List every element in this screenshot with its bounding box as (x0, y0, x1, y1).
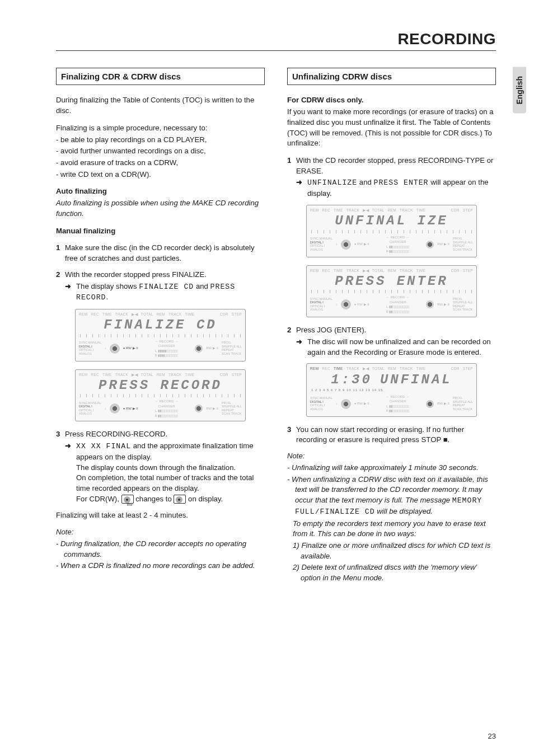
lcd-panel-unfinalize: REMRECTIMETRACK▶◀TOTALREMTRACKTIMECDRSTE… (287, 205, 496, 257)
lcd-top-tags: REMRECTIMETRACK▶◀TOTALREMTRACKTIMECDRSTE… (310, 208, 473, 213)
step-body: With the recorder stopped press FINALIZE… (65, 270, 265, 303)
arrow-icon: ➜ (296, 337, 304, 358)
step-1: 1 With the CD recorder stopped, press RE… (287, 156, 496, 199)
simple-proc-item: - avoid further unwanted recordings on a… (56, 146, 265, 157)
arrow-icon: ➜ (65, 281, 73, 303)
lcd-panel-press-record: REMRECTIMETRACK▶◀TOTALREMTRACKTIMECDRSTE… (56, 369, 265, 422)
auto-finalizing-head: Auto finalizing (56, 186, 265, 197)
disc-icon (110, 403, 120, 414)
title-row: RECORDING (56, 30, 496, 51)
disc-icon (426, 400, 434, 408)
step-number: 3 (287, 425, 293, 445)
step-number: 1 (56, 243, 62, 264)
section-heading-unfinalizing: Unfinalizing CDRW discs (287, 68, 496, 85)
display-text: PRESS ENTER (373, 179, 428, 187)
step-body: Make sure the disc (in the CD recorder d… (65, 243, 265, 264)
result-text: The disc will now be unfinalized and can… (307, 337, 496, 358)
note-item: To empty the recorders text memory you h… (287, 519, 496, 539)
step-3: 3 You can now start recording or erasing… (287, 425, 496, 445)
arrow-icon: ➜ (296, 177, 304, 199)
step-text: On completion, the total number of track… (76, 473, 265, 494)
step-text: Press JOG (ENTER). (296, 325, 496, 336)
language-tab: English (513, 67, 526, 114)
note-item: - During finalization, the CD recorder a… (56, 539, 265, 560)
page-number: 23 (488, 732, 496, 740)
section-heading-finalizing: Finalizing CDR & CDRW discs (56, 68, 265, 85)
note-item: - When unfinalizing a CDRW disc with tex… (287, 475, 496, 518)
note-item: - Unfinalizing will take approximately 1… (287, 463, 496, 473)
lcd: REMRECTIMETRACK▶◀TOTALREMTRACKTIMECDRSTE… (306, 205, 477, 257)
step-number: 3 (56, 429, 62, 504)
auto-finalizing-body: Auto finalizing is possible when using t… (56, 198, 265, 219)
lcd-bottom: SYNC MANUALDIGITAL IOPTICAL IANALOG ↕ ● … (79, 399, 242, 418)
simple-proc-item: - write CD text on a CDR(W). (56, 170, 265, 180)
disc-icon (341, 240, 351, 250)
step-2: 2 Press JOG (ENTER). ➜ The disc will now… (287, 325, 496, 358)
text: changes to (135, 495, 174, 503)
result-text: UNFINALIZE and PRESS ENTER will appear o… (307, 177, 496, 199)
lcd-top-tags: REMRECTIMETRACK▶◀TOTALREMTRACKTIMECDRSTE… (310, 366, 473, 371)
disc-icon (426, 300, 434, 308)
text: and (194, 282, 210, 290)
disc-icon (341, 399, 351, 409)
lcd-bottom: SYNC MANUALDIGITAL IOPTICAL IANALOG ↕ ● … (310, 395, 473, 414)
finalize-duration: Finalizing will take at least 2 - 4 minu… (56, 510, 265, 521)
lcd-panel-press-enter: REMRECTIMETRACK▶◀TOTALREMTRACKTIMECDRSTE… (287, 265, 496, 318)
lcd: REMRECTIMETRACK▶◀TOTALREMTRACKTIMECDRSTE… (75, 309, 246, 361)
text: For CDR(W), (76, 495, 121, 503)
disc-icon (195, 405, 203, 412)
lcd-ticks (80, 394, 241, 397)
step-text: With the recorder stopped press FINALIZE… (65, 270, 265, 280)
step-number: 2 (287, 325, 293, 358)
manual-finalizing-head: Manual finalizing (56, 226, 265, 237)
step-text: With the CD recorder stopped, press RECO… (296, 156, 496, 176)
lcd-panel-unfinal-time: REMRECTIMETRACK▶◀TOTALREMTRACKTIMECDRSTE… (287, 363, 496, 416)
result-line: ➜ UNFINALIZE and PRESS ENTER will appear… (296, 177, 496, 199)
lcd-top-tags: REMRECTIMETRACK▶◀TOTALREMTRACKTIMECDRSTE… (79, 312, 242, 317)
left-column: Finalizing CDR & CDRW discs During final… (56, 68, 265, 590)
step-number: 2 (56, 270, 62, 303)
step-1: 1 Make sure the disc (in the CD recorder… (56, 243, 265, 264)
text: The display shows (76, 282, 139, 290)
lcd-bottom: SYNC MANUALDIGITAL IOPTICAL IANALOG ↕ ● … (79, 339, 242, 358)
step-text: Press RECORDING-RECORD. (65, 429, 265, 440)
lcd-main-text: PRESS RECORD (79, 378, 242, 393)
lcd-ticks (80, 334, 241, 337)
disc-icon (195, 345, 203, 353)
text: and (357, 178, 373, 186)
step-3: 3 Press RECORDING-RECORD. ➜ XX XX FINAL … (56, 429, 265, 504)
step-body: Press JOG (ENTER). ➜ The disc will now b… (296, 325, 496, 358)
lcd-main-text: UNFINAL IZE (310, 214, 473, 228)
lcd-main-text: PRESS ENTER (310, 274, 473, 289)
lcd: REMRECTIMETRACK▶◀TOTALREMTRACKTIMECDRSTE… (75, 369, 246, 422)
note-subitem: 1) Finalize one or more unfinalized disc… (293, 541, 496, 561)
lcd-time: 1:30 (331, 373, 372, 387)
step-body: You can now start recording or erasing. … (296, 425, 496, 445)
lcd: REMRECTIMETRACK▶◀TOTALREMTRACKTIMECDRSTE… (306, 265, 477, 318)
step-2: 2 With the recorder stopped press FINALI… (56, 270, 265, 303)
result-line: ➜ XX XX FINAL and the approximate finali… (65, 441, 265, 504)
step-body: With the CD recorder stopped, press RECO… (296, 156, 496, 199)
lcd-main-text: FINALIZE CD (79, 318, 242, 332)
finalizing-intro: During finalizing the Table of Contents … (56, 95, 265, 116)
lcd-ticks (311, 230, 472, 233)
text: . (106, 293, 108, 301)
text: on display. (188, 495, 223, 503)
result-text: The display shows FINALIZE CD and PRESS … (76, 281, 265, 303)
note-item: - When a CDR is finalized no more record… (56, 561, 265, 571)
step-text: For CDR(W), RW changes to on display. (76, 494, 265, 505)
lcd-status: UNFINAL (380, 373, 452, 387)
page-title: RECORDING (397, 30, 496, 48)
unfinalize-intro: If you want to make more recordings (or … (287, 107, 496, 149)
result-line: ➜ The display shows FINALIZE CD and PRES… (65, 281, 265, 303)
result-line: ➜ The disc will now be unfinalized and c… (296, 337, 496, 358)
text: will be displayed. (375, 507, 433, 515)
lcd: REMRECTIMETRACK▶◀TOTALREMTRACKTIMECDRSTE… (306, 363, 477, 416)
note-subitem: 2) Delete text of unfinalized discs with… (293, 562, 496, 583)
lcd-panel-finalize-cd: REMRECTIMETRACK▶◀TOTALREMTRACKTIMECDRSTE… (56, 309, 265, 361)
display-text: XX XX FINAL (76, 442, 131, 450)
result-text: XX XX FINAL and the approximate finaliza… (76, 441, 265, 504)
note-label: Note: (287, 451, 496, 462)
simple-proc-item: - avoid erasure of tracks on a CDRW, (56, 158, 265, 168)
disc-icon (341, 299, 351, 309)
